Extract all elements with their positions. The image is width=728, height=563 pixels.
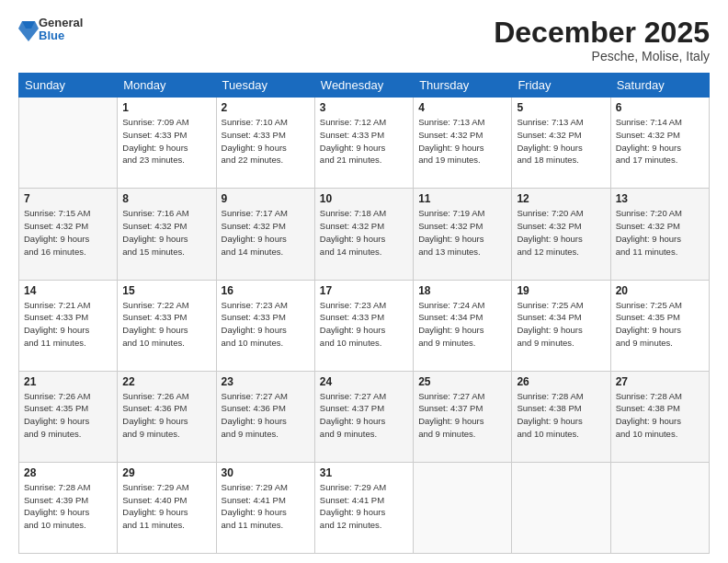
calendar-cell [414,462,512,553]
day-number: 19 [517,284,605,297]
day-number: 25 [418,375,506,388]
calendar-cell: 17Sunrise: 7:23 AMSunset: 4:33 PMDayligh… [314,280,413,371]
day-number: 30 [222,466,310,479]
calendar-cell [610,462,709,553]
day-info: Sunrise: 7:27 AMSunset: 4:37 PMDaylight:… [320,390,408,441]
day-number: 27 [616,375,704,388]
day-header-tuesday: Tuesday [216,74,314,98]
day-info: Sunrise: 7:20 AMSunset: 4:32 PMDaylight:… [616,207,704,258]
day-info: Sunrise: 7:29 AMSunset: 4:41 PMDaylight:… [222,481,310,532]
day-number: 17 [320,284,408,297]
day-number: 24 [320,375,408,388]
calendar-cell: 9Sunrise: 7:17 AMSunset: 4:32 PMDaylight… [216,189,314,280]
day-number: 7 [24,192,112,205]
calendar-cell: 21Sunrise: 7:26 AMSunset: 4:35 PMDayligh… [19,371,118,462]
day-info: Sunrise: 7:26 AMSunset: 4:36 PMDaylight:… [122,390,210,441]
day-number: 1 [122,101,210,114]
day-info: Sunrise: 7:17 AMSunset: 4:32 PMDaylight:… [222,207,310,258]
calendar-cell: 10Sunrise: 7:18 AMSunset: 4:32 PMDayligh… [314,189,413,280]
day-number: 31 [320,466,408,479]
calendar-week-row: 7Sunrise: 7:15 AMSunset: 4:32 PMDaylight… [19,189,710,280]
day-number: 9 [222,192,310,205]
day-number: 26 [517,375,605,388]
calendar-cell: 20Sunrise: 7:25 AMSunset: 4:35 PMDayligh… [610,280,709,371]
calendar-table: SundayMondayTuesdayWednesdayThursdayFrid… [18,73,710,554]
calendar-cell: 24Sunrise: 7:27 AMSunset: 4:37 PMDayligh… [314,371,413,462]
calendar-cell: 1Sunrise: 7:09 AMSunset: 4:33 PMDaylight… [118,98,216,189]
day-number: 20 [616,284,704,297]
calendar-cell: 13Sunrise: 7:20 AMSunset: 4:32 PMDayligh… [610,189,709,280]
day-number: 3 [320,101,408,114]
location: Pesche, Molise, Italy [494,49,710,63]
day-number: 13 [616,192,704,205]
day-header-sunday: Sunday [19,74,118,98]
calendar-cell: 26Sunrise: 7:28 AMSunset: 4:38 PMDayligh… [512,371,610,462]
day-info: Sunrise: 7:15 AMSunset: 4:32 PMDaylight:… [24,207,112,258]
day-info: Sunrise: 7:22 AMSunset: 4:33 PMDaylight:… [122,299,210,350]
day-info: Sunrise: 7:24 AMSunset: 4:34 PMDaylight:… [418,299,506,350]
day-number: 15 [122,284,210,297]
day-info: Sunrise: 7:27 AMSunset: 4:37 PMDaylight:… [418,390,506,441]
calendar-cell: 2Sunrise: 7:10 AMSunset: 4:33 PMDaylight… [216,98,314,189]
logo-general-text: General [39,17,83,29]
calendar-cell: 4Sunrise: 7:13 AMSunset: 4:32 PMDaylight… [414,98,512,189]
day-number: 18 [418,284,506,297]
calendar-cell: 30Sunrise: 7:29 AMSunset: 4:41 PMDayligh… [216,462,314,553]
day-number: 23 [222,375,310,388]
calendar-week-row: 14Sunrise: 7:21 AMSunset: 4:33 PMDayligh… [19,280,710,371]
day-number: 2 [222,101,310,114]
day-info: Sunrise: 7:16 AMSunset: 4:32 PMDaylight:… [122,207,210,258]
calendar-week-row: 28Sunrise: 7:28 AMSunset: 4:39 PMDayligh… [19,462,710,553]
calendar-cell: 14Sunrise: 7:21 AMSunset: 4:33 PMDayligh… [19,280,118,371]
calendar-week-row: 1Sunrise: 7:09 AMSunset: 4:33 PMDaylight… [19,98,710,189]
day-info: Sunrise: 7:18 AMSunset: 4:32 PMDaylight:… [320,207,408,258]
calendar-cell: 19Sunrise: 7:25 AMSunset: 4:34 PMDayligh… [512,280,610,371]
day-number: 21 [24,375,112,388]
day-number: 5 [517,101,605,114]
day-info: Sunrise: 7:23 AMSunset: 4:33 PMDaylight:… [320,299,408,350]
logo: General Blue [18,17,83,43]
day-header-saturday: Saturday [610,74,709,98]
calendar-cell: 5Sunrise: 7:13 AMSunset: 4:32 PMDaylight… [512,98,610,189]
calendar-cell: 15Sunrise: 7:22 AMSunset: 4:33 PMDayligh… [118,280,216,371]
calendar-cell: 12Sunrise: 7:20 AMSunset: 4:32 PMDayligh… [512,189,610,280]
day-number: 12 [517,192,605,205]
day-info: Sunrise: 7:14 AMSunset: 4:32 PMDaylight:… [616,116,704,167]
calendar-cell: 8Sunrise: 7:16 AMSunset: 4:32 PMDaylight… [118,189,216,280]
day-info: Sunrise: 7:13 AMSunset: 4:32 PMDaylight:… [517,116,605,167]
day-number: 29 [122,466,210,479]
day-info: Sunrise: 7:25 AMSunset: 4:35 PMDaylight:… [616,299,704,350]
calendar-cell: 16Sunrise: 7:23 AMSunset: 4:33 PMDayligh… [216,280,314,371]
day-number: 8 [122,192,210,205]
day-header-friday: Friday [512,74,610,98]
logo-text: General Blue [39,17,83,43]
calendar-cell [19,98,118,189]
day-header-thursday: Thursday [414,74,512,98]
day-number: 14 [24,284,112,297]
day-info: Sunrise: 7:12 AMSunset: 4:33 PMDaylight:… [320,116,408,167]
calendar-cell: 11Sunrise: 7:19 AMSunset: 4:32 PMDayligh… [414,189,512,280]
calendar-cell [512,462,610,553]
day-info: Sunrise: 7:26 AMSunset: 4:35 PMDaylight:… [24,390,112,441]
day-number: 4 [418,101,506,114]
day-info: Sunrise: 7:23 AMSunset: 4:33 PMDaylight:… [222,299,310,350]
calendar-cell: 22Sunrise: 7:26 AMSunset: 4:36 PMDayligh… [118,371,216,462]
month-title: December 2025 [494,17,710,49]
calendar-cell: 31Sunrise: 7:29 AMSunset: 4:41 PMDayligh… [314,462,413,553]
page: General Blue December 2025 Pesche, Molis… [0,0,728,563]
day-header-wednesday: Wednesday [314,74,413,98]
calendar-cell: 29Sunrise: 7:29 AMSunset: 4:40 PMDayligh… [118,462,216,553]
calendar-cell: 23Sunrise: 7:27 AMSunset: 4:36 PMDayligh… [216,371,314,462]
day-info: Sunrise: 7:13 AMSunset: 4:32 PMDaylight:… [418,116,506,167]
calendar-cell: 27Sunrise: 7:28 AMSunset: 4:38 PMDayligh… [610,371,709,462]
logo-blue-text: Blue [39,29,83,42]
day-number: 28 [24,466,112,479]
day-info: Sunrise: 7:10 AMSunset: 4:33 PMDaylight:… [222,116,310,167]
day-info: Sunrise: 7:19 AMSunset: 4:32 PMDaylight:… [418,207,506,258]
day-number: 16 [222,284,310,297]
calendar-cell: 25Sunrise: 7:27 AMSunset: 4:37 PMDayligh… [414,371,512,462]
day-info: Sunrise: 7:29 AMSunset: 4:41 PMDaylight:… [320,481,408,532]
title-block: December 2025 Pesche, Molise, Italy [494,17,710,63]
calendar-week-row: 21Sunrise: 7:26 AMSunset: 4:35 PMDayligh… [19,371,710,462]
calendar-cell: 7Sunrise: 7:15 AMSunset: 4:32 PMDaylight… [19,189,118,280]
